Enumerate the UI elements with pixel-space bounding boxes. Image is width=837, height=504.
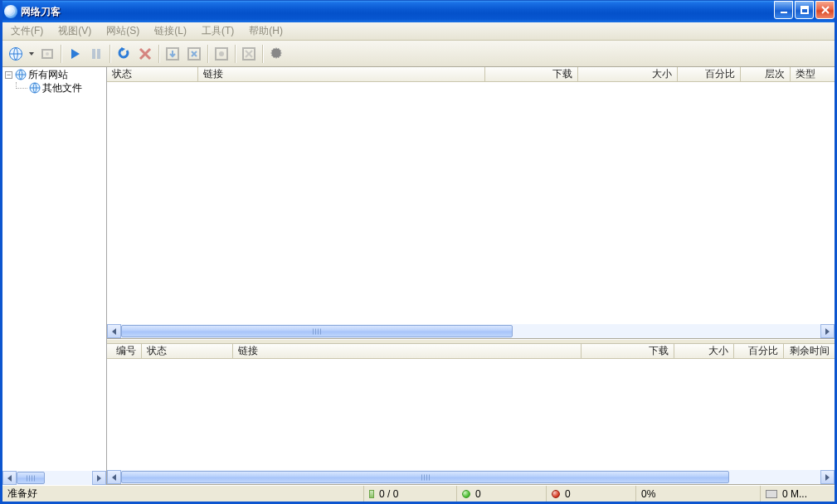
- titlebar: 网络刀客: [0, 0, 837, 22]
- col-size2[interactable]: 大小: [674, 344, 734, 358]
- window-title: 网络刀客: [21, 5, 61, 19]
- close-button[interactable]: [815, 1, 835, 19]
- play-button[interactable]: [64, 43, 85, 65]
- menu-link[interactable]: 链接(L): [149, 22, 192, 40]
- scroll-right-button[interactable]: [820, 324, 835, 338]
- upper-hscrollbar[interactable]: [107, 324, 835, 338]
- globe-button[interactable]: [5, 43, 27, 65]
- modem-icon: [766, 490, 777, 498]
- upper-listview-body[interactable]: [107, 82, 835, 324]
- pause-button[interactable]: [85, 43, 107, 65]
- lower-listview-header[interactable]: 编号 状态 链接 下载 大小 百分比 剩余时间: [107, 344, 835, 359]
- down-button[interactable]: [162, 43, 183, 65]
- lower-listview: 编号 状态 链接 下载 大小 百分比 剩余时间: [107, 344, 835, 485]
- record-button[interactable]: [211, 43, 232, 65]
- svg-rect-10: [97, 49, 100, 59]
- menu-file[interactable]: 文件(F): [6, 22, 48, 40]
- col-type[interactable]: 类型: [791, 67, 835, 81]
- globe-icon: [29, 82, 41, 94]
- maximize-button[interactable]: [795, 1, 814, 19]
- minimize-button[interactable]: [774, 1, 793, 19]
- col-link2[interactable]: 链接: [233, 344, 582, 358]
- status-red: 0: [547, 486, 636, 502]
- statusbar: 准备好 0 / 0 0 0 0% 0 M...: [2, 485, 835, 502]
- tree-panel: 所有网站 其他文件: [2, 67, 107, 485]
- battery-icon: [369, 490, 374, 498]
- settings-button[interactable]: [265, 43, 287, 65]
- scroll-thumb[interactable]: [121, 471, 729, 483]
- col-status[interactable]: 状态: [107, 67, 198, 81]
- tree-collapse-icon[interactable]: [5, 71, 12, 79]
- status-net: 0 M...: [761, 486, 835, 502]
- tree-root-label: 所有网站: [28, 68, 68, 82]
- tree-root[interactable]: 所有网站: [2, 68, 106, 81]
- lower-hscrollbar[interactable]: [107, 470, 835, 484]
- scroll-left-button[interactable]: [2, 471, 17, 485]
- tree-child-label: 其他文件: [42, 81, 82, 95]
- col-size[interactable]: 大小: [578, 67, 678, 81]
- col-no[interactable]: 编号: [107, 344, 142, 358]
- tree-hscrollbar[interactable]: [2, 471, 106, 485]
- globe-icon: [15, 69, 27, 80]
- col-remain[interactable]: 剩余时间: [784, 344, 835, 358]
- col-percent2[interactable]: 百分比: [734, 344, 784, 358]
- toolbar: [2, 41, 835, 67]
- delete-button[interactable]: [134, 43, 156, 65]
- menu-help[interactable]: 帮助(H): [244, 22, 288, 40]
- status-ready: 准备好: [2, 486, 364, 502]
- green-dot-icon: [462, 490, 470, 498]
- scroll-right-button[interactable]: [92, 471, 106, 485]
- col-download[interactable]: 下载: [485, 67, 578, 81]
- svg-rect-9: [92, 49, 95, 59]
- status-percent: 0%: [636, 486, 761, 502]
- scroll-thumb[interactable]: [17, 472, 45, 484]
- lower-listview-body[interactable]: [107, 359, 835, 470]
- menu-view[interactable]: 视图(V): [53, 22, 96, 40]
- col-download2[interactable]: 下载: [582, 344, 674, 358]
- window-buttons: [772, 1, 835, 22]
- red-dot-icon: [552, 490, 560, 498]
- globe-dropdown[interactable]: [27, 43, 36, 65]
- menu-tools[interactable]: 工具(T): [197, 22, 239, 40]
- undo-button[interactable]: [113, 43, 134, 65]
- open-button[interactable]: [36, 43, 58, 65]
- scroll-thumb[interactable]: [121, 325, 513, 337]
- refresh-button[interactable]: [183, 43, 205, 65]
- scroll-left-button[interactable]: [107, 470, 121, 484]
- app-icon: [4, 5, 17, 18]
- svg-marker-11: [121, 47, 125, 51]
- upper-listview: 状态 链接 下载 大小 百分比 层次 类型: [107, 67, 835, 339]
- svg-point-17: [219, 51, 224, 56]
- tree-child-other-files[interactable]: 其他文件: [2, 81, 106, 94]
- svg-point-7: [46, 52, 49, 56]
- svg-marker-8: [71, 49, 80, 59]
- status-counter: 0 / 0: [364, 486, 457, 502]
- scroll-right-button[interactable]: [820, 470, 835, 484]
- scroll-left-button[interactable]: [107, 324, 121, 338]
- svg-point-22: [275, 52, 278, 56]
- col-link[interactable]: 链接: [198, 67, 485, 81]
- col-percent[interactable]: 百分比: [678, 67, 741, 81]
- clear-button[interactable]: [238, 43, 260, 65]
- upper-listview-header[interactable]: 状态 链接 下载 大小 百分比 层次 类型: [107, 67, 835, 82]
- col-status2[interactable]: 状态: [142, 344, 233, 358]
- menubar: 文件(F) 视图(V) 网站(S) 链接(L) 工具(T) 帮助(H): [2, 22, 835, 41]
- status-green: 0: [457, 486, 547, 502]
- menu-site[interactable]: 网站(S): [101, 22, 144, 40]
- col-level[interactable]: 层次: [741, 67, 791, 81]
